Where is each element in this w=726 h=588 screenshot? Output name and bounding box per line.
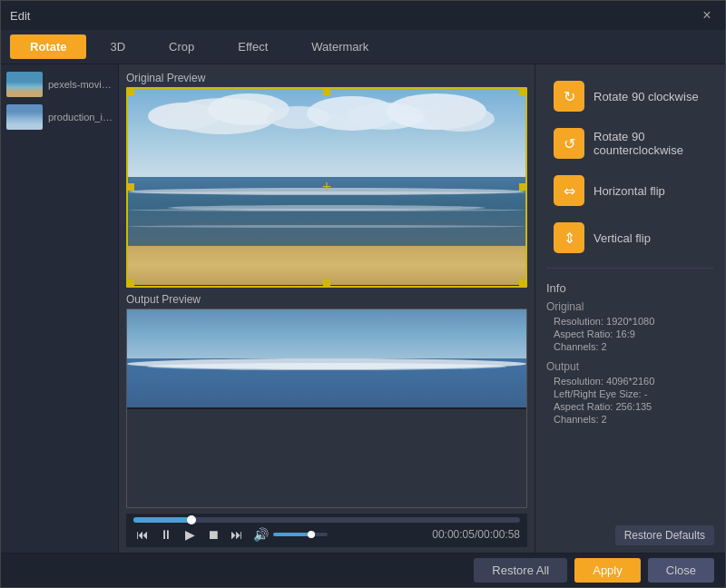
rotate-cw-button[interactable]: ↻ Rotate 90 clockwise	[546, 75, 714, 117]
filename-production: production_id...	[48, 112, 113, 122]
flip-v-label: Vertical flip	[594, 231, 651, 245]
sky	[128, 89, 525, 177]
tab-crop[interactable]: Crop	[149, 34, 214, 59]
dialog-title: Edit	[10, 9, 30, 23]
output-preview-frame	[126, 309, 527, 509]
close-window-button[interactable]: ×	[698, 6, 716, 24]
crosshair: +	[319, 180, 334, 194]
rotate-ccw-button[interactable]: ↺ Rotate 90 counterclockwise	[546, 122, 714, 164]
output-sky	[127, 309, 526, 358]
close-button[interactable]: Close	[648, 558, 714, 583]
divider-1	[546, 268, 714, 269]
volume-icon[interactable]: 🔊	[251, 525, 270, 544]
flip-h-label: Horizontal flip	[594, 184, 665, 198]
play-button[interactable]: ▶	[181, 525, 199, 544]
restore-all-button[interactable]: Restore All	[474, 558, 567, 583]
pause-button[interactable]: ⏸	[157, 525, 175, 544]
handle-bottom-left[interactable]	[127, 279, 134, 287]
progress-bar[interactable]	[133, 517, 520, 523]
original-channels: Channels: 2	[546, 340, 714, 353]
rotate-ccw-icon: ↺	[554, 128, 584, 159]
flip-h-icon: ⇔	[554, 175, 584, 206]
output-wave-2	[147, 363, 506, 370]
progress-thumb[interactable]	[187, 515, 196, 524]
output-bottom	[127, 409, 526, 507]
preview-area: Original Preview	[119, 64, 535, 553]
handle-bottom-right[interactable]	[519, 279, 526, 287]
volume-slider[interactable]	[273, 533, 328, 536]
rotate-cw-icon: ↻	[554, 81, 584, 112]
tab-rotate[interactable]: Rotate	[10, 34, 86, 59]
output-preview-label: Output Preview	[126, 293, 527, 306]
volume-control: 🔊	[251, 525, 328, 544]
handle-top-left[interactable]	[127, 88, 134, 95]
thumbnail-production	[6, 104, 43, 130]
handle-mid-left[interactable]	[127, 183, 134, 191]
handle-bottom-mid[interactable]	[323, 279, 330, 287]
handle-mid-right[interactable]	[519, 183, 526, 191]
apply-button[interactable]: Apply	[574, 558, 641, 583]
output-scene	[127, 309, 526, 508]
info-title: Info	[546, 281, 714, 295]
restore-defaults-button[interactable]: Restore Defaults	[615, 525, 714, 545]
handle-top-mid[interactable]	[323, 88, 330, 95]
output-top	[127, 309, 526, 407]
output-aspect: Aspect Ratio: 256:135	[546, 400, 714, 413]
sidebar-item-pexels[interactable]: pexels-movie...	[1, 68, 118, 101]
volume-fill	[273, 533, 311, 536]
handle-top-right[interactable]	[519, 88, 526, 95]
output-info-label: Output	[546, 360, 714, 373]
skip-forward-button[interactable]: ⏭	[228, 525, 246, 544]
original-preview-frame: +	[126, 87, 527, 288]
foam-2	[168, 205, 486, 211]
original-aspect: Aspect Ratio: 16:9	[546, 328, 714, 340]
filename-pexels: pexels-movie...	[48, 79, 113, 90]
flip-horizontal-button[interactable]: ⇔ Horizontal flip	[546, 170, 714, 211]
info-section: Info Original Resolution: 1920*1080 Aspe…	[546, 278, 714, 436]
file-sidebar: pexels-movie... production_id...	[1, 64, 119, 553]
original-info: Original Resolution: 1920*1080 Aspect Ra…	[546, 300, 714, 353]
output-preview-section: Output Preview	[126, 293, 527, 509]
player-controls: ⏮ ⏸ ▶ ⏹ ⏭ 🔊 00:00:05/00:00:58	[126, 514, 527, 547]
tab-3d[interactable]: 3D	[90, 34, 145, 59]
rotate-ccw-label: Rotate 90 counterclockwise	[594, 130, 707, 157]
right-panel: ↻ Rotate 90 clockwise ↺ Rotate 90 counte…	[535, 64, 725, 553]
original-preview-section: Original Preview	[126, 72, 527, 288]
output-resolution: Resolution: 4096*2160	[546, 375, 714, 387]
controls-row: ⏮ ⏸ ▶ ⏹ ⏭ 🔊 00:00:05/00:00:58	[133, 525, 520, 544]
output-info: Output Resolution: 4096*2160 Left/Right …	[546, 360, 714, 426]
volume-thumb[interactable]	[308, 531, 315, 538]
thumbnail-pexels	[6, 72, 43, 97]
tab-watermark[interactable]: Watermark	[291, 34, 388, 59]
stop-button[interactable]: ⏹	[204, 525, 222, 544]
title-bar: Edit ×	[1, 1, 725, 30]
progress-fill	[133, 517, 191, 523]
edit-dialog: Edit × Rotate 3D Crop Effect Watermark p…	[0, 0, 726, 588]
original-resolution: Resolution: 1920*1080	[546, 315, 714, 328]
tab-bar: Rotate 3D Crop Effect Watermark	[1, 30, 725, 64]
output-top-scene	[127, 309, 526, 407]
output-eye-size: Left/Right Eye Size: -	[546, 387, 714, 400]
flip-vertical-button[interactable]: ⇕ Vertical flip	[546, 217, 714, 259]
wave-3	[128, 225, 525, 228]
original-preview-label: Original Preview	[126, 72, 527, 84]
output-channels: Channels: 2	[546, 413, 714, 426]
rotate-cw-label: Rotate 90 clockwise	[594, 90, 699, 103]
main-content: pexels-movie... production_id... Origina…	[1, 64, 725, 553]
sidebar-item-production[interactable]: production_id...	[1, 101, 118, 133]
tab-effect[interactable]: Effect	[218, 34, 288, 59]
skip-back-button[interactable]: ⏮	[133, 525, 152, 544]
bottom-bar: Restore All Apply Close	[1, 553, 725, 587]
time-display: 00:00:05/00:00:58	[432, 528, 520, 541]
flip-v-icon: ⇕	[554, 222, 584, 253]
original-info-label: Original	[546, 300, 714, 313]
